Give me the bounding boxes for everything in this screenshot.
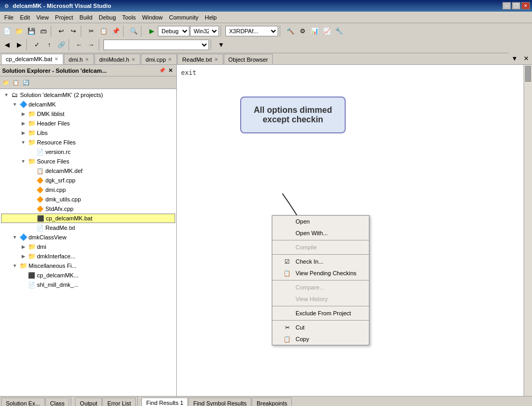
bottom-tab-solution-ex[interactable]: Solution Ex... [1, 398, 45, 406]
close-button[interactable]: ✕ [521, 2, 530, 9]
new-solution-folder-button[interactable]: 📁 [1, 78, 11, 88]
tree-stdafx-cpp[interactable]: 🔶 StdAfx.cpp [1, 204, 175, 214]
copy-button[interactable]: 📋 [98, 25, 109, 37]
save-all-button[interactable]: 🗃 [37, 25, 49, 37]
tab-object-browser[interactable]: Object Browser [224, 54, 273, 64]
menu-community[interactable]: Community [166, 13, 202, 22]
tree-dmi-cpp[interactable]: 🔶 dmi.cpp [1, 185, 175, 195]
ctx-copy[interactable]: 📋 Copy [272, 333, 369, 345]
tree-dmk-liblist[interactable]: ▶ 📁 DMK liblist [1, 109, 175, 119]
open-button[interactable]: 📁 [13, 25, 25, 37]
chevron-btn[interactable]: ▼ [215, 39, 227, 51]
ctx-open[interactable]: Open [272, 216, 369, 227]
ctx-compare[interactable]: Compare... [272, 282, 369, 293]
dropdown-1[interactable] [103, 40, 209, 50]
nav-forward-button[interactable]: ▶ [13, 39, 25, 51]
start-debug-button[interactable]: ▶ [146, 25, 157, 37]
bottom-tab-class[interactable]: Class [45, 398, 70, 406]
expander-dmkclassview[interactable]: ▼ [11, 233, 19, 241]
scrollbar-thumb[interactable] [525, 66, 531, 82]
tab-dmi-cpp[interactable]: dmi.cpp ✕ [141, 54, 177, 64]
show-all-files-button[interactable]: 📋 [11, 78, 21, 88]
menu-file[interactable]: File [1, 13, 17, 22]
menu-project[interactable]: Project [52, 13, 76, 22]
menu-debug[interactable]: Debug [96, 13, 119, 22]
menu-tools[interactable]: Tools [119, 13, 139, 22]
editor-scrollbar[interactable] [524, 65, 532, 396]
expander-dmkinterface[interactable]: ▶ [19, 252, 27, 260]
debug-config-select[interactable]: Debug [158, 26, 189, 36]
expander-delcammk[interactable]: ▼ [11, 100, 19, 109]
tree-dgk-srf-cpp[interactable]: 🔶 dgk_srf.cpp [1, 176, 175, 185]
tab-cp-delcammk-bat[interactable]: cp_delcamMK.bat ✕ [1, 54, 63, 64]
ctx-check-in[interactable]: ☑ Check In... [272, 256, 369, 267]
platform-select[interactable]: Win32 [190, 26, 219, 36]
tool-btn-4[interactable]: 🔧 [333, 25, 345, 37]
tool-btn-3[interactable]: 📈 [321, 25, 332, 37]
ctx-view-history[interactable]: View History [272, 293, 369, 305]
ctx-cut[interactable]: ✂ Cut [272, 322, 369, 333]
tab-close-icon[interactable]: ✕ [214, 57, 218, 62]
tree-shl-mill-dmk[interactable]: 📄 shl_mill_dmk_... [1, 280, 175, 289]
tree-solution[interactable]: ▼ 🗂 Solution 'delcamMK' (2 projects) [1, 90, 175, 100]
tree-dmi-folder[interactable]: ▶ 📁 dmi [1, 242, 175, 252]
expander-source-files[interactable]: ▼ [19, 157, 27, 166]
pin-button[interactable]: 📌 [158, 67, 166, 74]
tree-misc-files[interactable]: ▼ 📁 Miscellaneous Fi... [1, 261, 175, 270]
menu-help[interactable]: Help [202, 13, 220, 22]
build-btn[interactable]: 🔨 [284, 25, 296, 37]
close-all-docs-button[interactable]: ✕ [520, 53, 532, 64]
tab-dmi-h[interactable]: dmi.h ✕ [64, 54, 94, 64]
restore-button[interactable]: ❐ [512, 2, 520, 9]
source-ctrl-3[interactable]: 🔗 [55, 39, 67, 51]
menu-window[interactable]: Window [139, 13, 166, 22]
source-ctrl-2[interactable]: ↑ [43, 39, 55, 51]
tree-delcammk-def[interactable]: 📋 delcamMK.def [1, 166, 175, 176]
menu-build[interactable]: Build [77, 13, 96, 22]
find-button[interactable]: 🔍 [128, 25, 139, 37]
tab-overflow-button[interactable]: ▼ [509, 53, 520, 64]
bottom-tab-find-results[interactable]: Find Results 1 [141, 398, 188, 406]
tab-readme[interactable]: ReadMe.txt ✕ [177, 54, 223, 64]
nav-btn-1[interactable]: ← [73, 39, 85, 51]
expander-misc[interactable]: ▼ [11, 262, 19, 270]
tree-cp-delcammk-bat[interactable]: ⬛ cp_delcamMK.bat [1, 214, 175, 223]
bottom-tab-output[interactable]: Output [75, 398, 102, 406]
paste-button[interactable]: 📌 [110, 25, 121, 37]
expander-dmk-liblist[interactable]: ▶ [19, 110, 27, 118]
undo-button[interactable]: ↩ [55, 25, 67, 37]
tree-resource-files[interactable]: ▼ 📁 Resource Files [1, 138, 175, 147]
tree-source-files[interactable]: ▼ 📁 Source Files [1, 157, 175, 166]
expander-solution[interactable]: ▼ [2, 91, 11, 99]
tree-project-delcammk[interactable]: ▼ 🔷 delcamMK [1, 100, 175, 109]
bottom-tab-error-list[interactable]: Error List [102, 398, 136, 406]
nav-back-button[interactable]: ◀ [1, 39, 13, 51]
tree-version-rc[interactable]: 📄 version.rc [1, 147, 175, 157]
tree-cp-delcammk-misc[interactable]: ⬛ cp_delcamMK... [1, 270, 175, 280]
ctx-open-with[interactable]: Open With... [272, 227, 369, 239]
target-select[interactable]: X3RDPAf... [225, 26, 278, 36]
tab-close-icon[interactable]: ✕ [54, 56, 59, 62]
tree-readme-txt[interactable]: 📄 ReadMe.txt [1, 223, 175, 233]
expander-resource-files[interactable]: ▼ [19, 138, 27, 147]
nav-btn-2[interactable]: → [86, 39, 97, 51]
source-ctrl-1[interactable]: ✓ [31, 39, 43, 51]
minimize-button[interactable]: ─ [502, 2, 511, 9]
tool-btn-1[interactable]: ⚙ [297, 25, 308, 37]
ctx-compile[interactable]: Compile [272, 241, 369, 253]
expander-libs[interactable]: ▶ [19, 129, 27, 137]
expander-dmi[interactable]: ▶ [19, 243, 27, 251]
expander-header-files[interactable]: ▶ [19, 119, 27, 128]
menu-edit[interactable]: Edit [17, 13, 33, 22]
save-button[interactable]: 💾 [25, 25, 37, 37]
new-file-button[interactable]: 📄 [1, 25, 13, 37]
tool-btn-2[interactable]: 📊 [309, 25, 320, 37]
close-panel-button[interactable]: ✕ [167, 67, 174, 74]
ctx-view-pending[interactable]: 📋 View Pending Checkins [272, 267, 369, 279]
ctx-exclude[interactable]: Exclude From Project [272, 307, 369, 319]
bottom-tab-breakpoints[interactable]: Breakpoints [252, 398, 292, 406]
tree-dmk-utils-cpp[interactable]: 🔶 dmk_utils.cpp [1, 195, 175, 204]
tree-header-files[interactable]: ▶ 📁 Header Files [1, 119, 175, 128]
tab-close-icon[interactable]: ✕ [85, 57, 89, 62]
tab-close-icon[interactable]: ✕ [131, 57, 136, 62]
